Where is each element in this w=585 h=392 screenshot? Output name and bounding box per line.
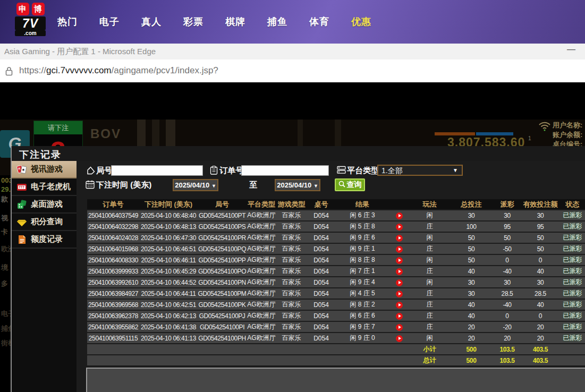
cell-platform-type: AG欧洲厅 [247,288,276,299]
cell-status: 已派彩 [559,244,585,254]
cell-round-number: GD054254100PO [198,266,247,276]
cell-payout: 28.5 [493,288,522,299]
cell-platform-type: AG欧洲厅 [247,300,276,310]
cell-status: 已派彩 [559,255,585,265]
round-number-input[interactable] [111,165,203,176]
replay-icon[interactable] [396,257,403,264]
col-play-type: 玩法 [409,199,450,209]
cell-status: 已派彩 [559,210,585,220]
scrollbar-track[interactable] [86,368,585,392]
account-balance-label: 账户余额: [553,130,585,140]
cell-total-bet: 50 [450,255,493,265]
sidebar-item-points-query[interactable]: 积分查询 [12,214,77,231]
address-bar[interactable]: https://gci.7vvvvvv.com/agingame/pcv1/in… [0,59,585,82]
date-to-label: 至 [249,180,257,190]
replay-icon[interactable] [396,302,403,309]
url-text[interactable]: https://gci.7vvvvvv.com/agingame/pcv1/in… [19,65,218,76]
cell-valid-bet: 30 [522,277,559,287]
cell-round-number: GD054254100PH [198,333,247,343]
replay-icon[interactable] [396,324,403,331]
cell-table-number: D054 [307,288,336,299]
replay-icon[interactable] [396,335,403,342]
platform-type-select[interactable]: 1.全部 ▼ [377,165,463,176]
url-host: gci.7vvvvvv.com [46,65,112,75]
sidebar-item-live-games[interactable]: K♠ 视讯游戏 [12,161,85,178]
cell-status: 已派彩 [559,233,585,243]
cell-payout: 30 [493,277,522,287]
cell-bet-time: 2025-04-10 06:48:40 [139,210,198,220]
gem-icon [16,217,27,227]
cell-play-type: 庄 [409,221,450,232]
replay-icon[interactable] [396,313,403,320]
cell-platform-type: AG欧洲厅 [247,311,276,321]
replay-icon[interactable] [396,224,403,231]
date-from-select[interactable]: 2025/04/10 ▼ [173,179,218,191]
cell-payout: 95 [493,221,522,232]
cell-table-number: D054 [307,255,336,265]
search-icon [338,181,345,189]
table-row: 250410064032298 2025-04-10 06:48:13 GD05… [87,221,585,232]
cell-bet-time: 2025-04-10 06:41:38 [139,322,198,332]
nav-item-fishing[interactable]: 捕鱼 [267,15,287,28]
cell-result: 闲 9 庄 0 [336,333,389,343]
records-table: 订单号 下注时间 (美东) 局号 平台类型 游戏类型 桌号 结果 玩法 总投注 … [87,198,585,367]
nav-item-cards[interactable]: 棋牌 [225,15,245,28]
nav-item-slots[interactable]: 电子 [99,15,120,28]
cell-bet-time: 2025-04-10 06:42:51 [139,300,198,310]
total-valid: 403.5 [522,355,559,365]
replay-icon[interactable] [396,268,403,275]
nav-item-lottery[interactable]: 彩票 [183,15,204,28]
cell-payout: 30 [493,210,522,220]
total-row: 总计 500 103.5 403.5 [87,355,585,365]
tag-icon [87,166,95,177]
window-titlebar: Asia Gaming - 用户配置 1 - Microsoft Edge — [0,44,585,59]
table-row: 250410063969568 2025-04-10 06:42:51 GD05… [87,300,585,310]
screen: 申 博 7V .com 热门 电子 真人 彩票 棋牌 捕鱼 体育 优惠 Asia… [0,0,585,392]
cell-game-type: 百家乐 [276,221,307,232]
cell-bet-time: 2025-04-10 06:47:30 [139,233,198,243]
cell-table-number: D054 [307,300,336,310]
replay-icon[interactable] [396,212,403,219]
replay-icon[interactable] [396,291,403,297]
nav-item-live[interactable]: 真人 [141,15,162,28]
sidebar-item-slot-machines[interactable]: 777 电子老虎机 [12,178,77,196]
cell-status: 已派彩 [559,266,585,276]
cell-play-type: 闲 [409,233,450,243]
cell-platform-type: AG欧洲厅 [247,255,276,265]
subtotal-label: 小计 [409,344,450,354]
calendar-icon [86,180,95,191]
cell-result: 闲 9 庄 1 [336,244,389,254]
table-row: 250410064015968 2025-04-10 06:46:51 GD05… [87,244,585,254]
cell-order-number: 250410064008330 [87,255,139,265]
sidebar-item-credit-records[interactable]: 额度记录 [12,231,77,249]
cell-replay [389,322,409,332]
minimize-button[interactable]: — [567,45,575,54]
dice-icon [16,199,27,210]
order-filter-label: 订单号 [219,166,243,176]
replay-icon[interactable] [396,235,403,242]
nav-item-sports[interactable]: 体育 [309,15,329,28]
table-row: 250410064037549 2025-04-10 06:48:40 GD05… [87,210,585,220]
search-button[interactable]: 查询 [335,178,365,191]
cell-platform-type: AG欧洲厅 [247,266,276,276]
replay-icon[interactable] [396,279,403,286]
subtotal-payout: 103.5 [493,344,522,354]
nav-item-promo[interactable]: 优惠 [351,15,371,28]
nav-item-hot[interactable]: 热门 [57,15,78,28]
sidebar-item-table-games[interactable]: 桌面游戏 [12,196,77,214]
cell-status: 已派彩 [559,322,585,332]
cell-play-type: 闲 [409,210,450,220]
replay-icon[interactable] [396,246,403,253]
platform-list-icon [337,166,346,176]
date-to-select[interactable]: 2025/04/10 ▼ [275,179,320,191]
cell-game-type: 百家乐 [276,266,307,276]
cell-table-number: D054 [307,244,336,254]
cell-bet-time: 2025-04-10 06:41:13 [139,333,198,343]
cell-result: 闲 4 庄 5 [336,288,389,299]
col-valid-bet: 有效投注额 [522,199,559,209]
order-number-input[interactable] [241,165,329,176]
window-title: Asia Gaming - 用户配置 1 - Microsoft Edge [4,47,156,57]
table-row: 250410064024028 2025-04-10 06:47:30 GD05… [87,233,585,243]
cell-table-number: D054 [307,210,336,220]
site-logo[interactable]: 申 博 7V .com [15,3,46,36]
